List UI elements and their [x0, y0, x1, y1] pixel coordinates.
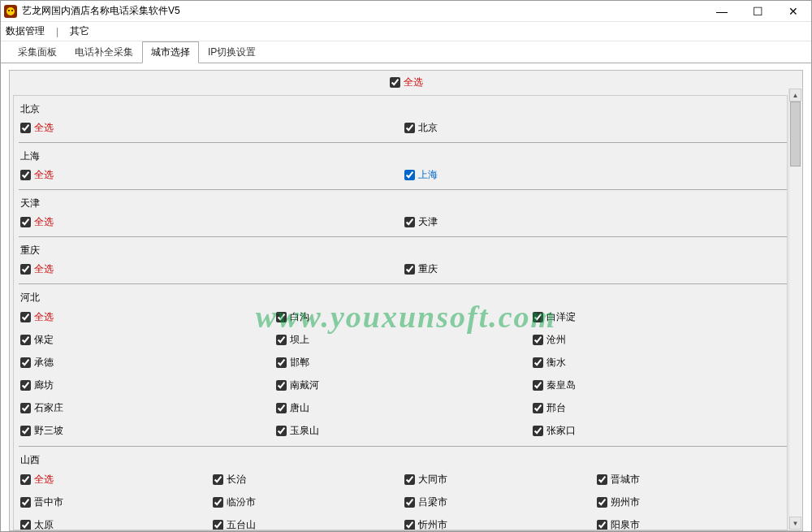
- group-select-all-checkbox[interactable]: 全选: [20, 473, 54, 487]
- city-checkbox[interactable]: 五台山: [213, 518, 256, 530]
- city-checkbox-input[interactable]: [597, 474, 607, 485]
- city-checkbox[interactable]: 上海: [404, 168, 438, 182]
- city-label: 太原: [34, 518, 54, 530]
- city-checkbox-input[interactable]: [20, 357, 31, 368]
- city-checkbox-input[interactable]: [597, 520, 607, 530]
- city-checkbox[interactable]: 衡水: [533, 356, 566, 370]
- city-checkbox[interactable]: 白洋淀: [533, 310, 576, 324]
- city-checkbox-input[interactable]: [404, 264, 415, 275]
- city-checkbox[interactable]: 重庆: [404, 262, 438, 276]
- city-checkbox-input[interactable]: [20, 335, 31, 345]
- city-checkbox[interactable]: 晋中市: [20, 495, 63, 509]
- city-checkbox[interactable]: 邢台: [533, 401, 566, 415]
- group-select-all-input[interactable]: [20, 312, 31, 322]
- vertical-scrollbar[interactable]: ▲ ▼: [788, 89, 801, 530]
- city-checkbox[interactable]: 保定: [20, 333, 54, 347]
- city-checkbox[interactable]: 吕梁市: [404, 495, 447, 509]
- title-bar: 艺龙网国内酒店名称电话采集软件V5 — ☐ ✕: [1, 1, 811, 22]
- tab-city-select[interactable]: 城市选择: [142, 41, 199, 63]
- city-checkbox[interactable]: 坝上: [276, 333, 309, 347]
- group-select-all-input[interactable]: [20, 123, 31, 133]
- city-checkbox-input[interactable]: [404, 217, 415, 227]
- city-label: 北京: [418, 121, 438, 135]
- scroll-track[interactable]: [789, 102, 801, 517]
- city-checkbox-input[interactable]: [533, 312, 543, 322]
- city-checkbox-input[interactable]: [597, 497, 607, 508]
- city-label: 吕梁市: [418, 495, 447, 509]
- city-checkbox-input[interactable]: [20, 403, 31, 413]
- scroll-down-button[interactable]: ▼: [789, 517, 801, 530]
- city-checkbox-input[interactable]: [213, 474, 223, 485]
- city-checkbox[interactable]: 晋城市: [597, 473, 640, 487]
- scroll-up-button[interactable]: ▲: [789, 89, 801, 102]
- city-checkbox-input[interactable]: [404, 474, 415, 485]
- city-checkbox[interactable]: 沧州: [533, 333, 566, 347]
- city-checkbox-input[interactable]: [276, 357, 287, 368]
- city-checkbox-input[interactable]: [404, 520, 415, 530]
- group-select-all-checkbox[interactable]: 全选: [20, 310, 54, 324]
- city-checkbox-input[interactable]: [533, 380, 543, 391]
- city-checkbox[interactable]: 太原: [20, 518, 54, 530]
- city-checkbox-input[interactable]: [20, 380, 31, 391]
- city-checkbox-input[interactable]: [276, 335, 287, 345]
- city-checkbox-input[interactable]: [404, 123, 415, 133]
- city-checkbox-input[interactable]: [20, 426, 31, 436]
- city-checkbox[interactable]: 玉泉山: [276, 424, 319, 438]
- group-select-all-input[interactable]: [20, 264, 31, 275]
- menu-separator: |: [56, 26, 58, 37]
- city-checkbox[interactable]: 张家口: [533, 424, 576, 438]
- city-checkbox[interactable]: 南戴河: [276, 378, 319, 392]
- city-checkbox-input[interactable]: [276, 403, 287, 413]
- city-checkbox[interactable]: 邯郸: [276, 356, 309, 370]
- tab-phone-complete[interactable]: 电话补全采集: [66, 41, 142, 63]
- city-checkbox-input[interactable]: [276, 380, 287, 391]
- global-select-all-checkbox[interactable]: 全选: [390, 76, 423, 89]
- global-select-all-input[interactable]: [390, 77, 400, 88]
- city-checkbox[interactable]: 北京: [404, 121, 438, 135]
- city-checkbox[interactable]: 秦皇岛: [533, 378, 576, 392]
- minimize-button[interactable]: —: [704, 1, 740, 21]
- close-button[interactable]: ✕: [775, 1, 811, 21]
- city-checkbox-input[interactable]: [213, 520, 223, 530]
- city-checkbox[interactable]: 野三坡: [20, 424, 63, 438]
- city-checkbox-input[interactable]: [276, 426, 287, 436]
- city-checkbox-input[interactable]: [404, 497, 415, 508]
- city-checkbox-input[interactable]: [404, 170, 415, 180]
- scroll-thumb[interactable]: [790, 102, 801, 167]
- city-checkbox[interactable]: 阳泉市: [597, 518, 640, 530]
- tab-ip-switch[interactable]: IP切换设置: [199, 41, 265, 63]
- city-checkbox-input[interactable]: [533, 403, 543, 413]
- city-checkbox-input[interactable]: [20, 520, 31, 530]
- city-checkbox[interactable]: 唐山: [276, 401, 309, 415]
- city-checkbox[interactable]: 白沟: [276, 310, 309, 324]
- city-checkbox-input[interactable]: [533, 335, 543, 345]
- city-checkbox[interactable]: 大同市: [404, 473, 447, 487]
- tab-collect-panel[interactable]: 采集面板: [9, 41, 66, 63]
- city-checkbox-input[interactable]: [276, 312, 287, 322]
- group-select-all-input[interactable]: [20, 474, 31, 485]
- city-label: 长治: [227, 473, 246, 487]
- city-checkbox[interactable]: 长治: [213, 473, 246, 487]
- group-select-all-checkbox[interactable]: 全选: [20, 121, 54, 135]
- city-checkbox[interactable]: 天津: [404, 215, 438, 229]
- city-checkbox[interactable]: 廊坊: [20, 378, 54, 392]
- city-checkbox-input[interactable]: [533, 426, 543, 436]
- group-select-all-checkbox[interactable]: 全选: [20, 262, 54, 276]
- group-select-all-checkbox[interactable]: 全选: [20, 168, 54, 182]
- city-checkbox[interactable]: 临汾市: [213, 495, 256, 509]
- city-checkbox-input[interactable]: [213, 497, 223, 508]
- city-checkbox[interactable]: 朔州市: [597, 495, 640, 509]
- city-checkbox-input[interactable]: [533, 357, 543, 368]
- menu-data[interactable]: 数据管理: [6, 24, 45, 38]
- svg-point-2: [11, 10, 13, 11]
- group-select-all-checkbox[interactable]: 全选: [20, 215, 54, 229]
- menu-other[interactable]: 其它: [70, 24, 89, 38]
- city-checkbox-input[interactable]: [20, 497, 31, 508]
- city-checkbox[interactable]: 忻州市: [404, 518, 447, 530]
- group-title: 天津: [19, 193, 787, 212]
- maximize-button[interactable]: ☐: [740, 1, 775, 21]
- group-select-all-input[interactable]: [20, 217, 31, 227]
- city-checkbox[interactable]: 承德: [20, 356, 54, 370]
- city-checkbox[interactable]: 石家庄: [20, 401, 63, 415]
- group-select-all-input[interactable]: [20, 170, 31, 180]
